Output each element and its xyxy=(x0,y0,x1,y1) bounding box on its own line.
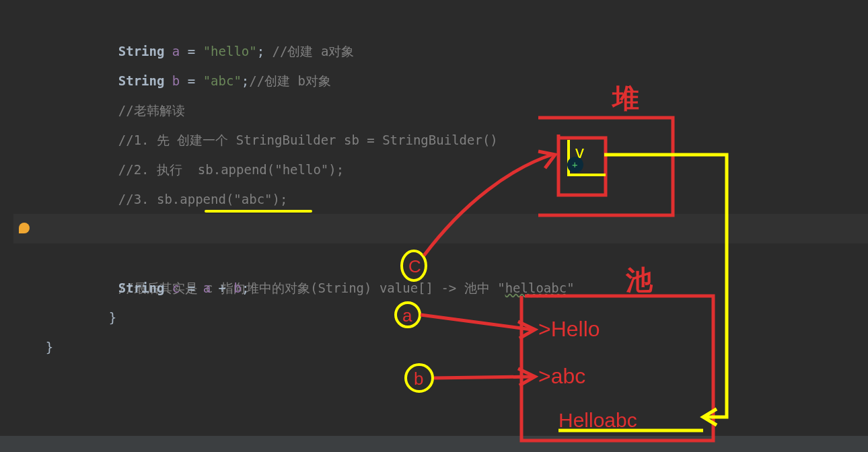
code-line-11[interactable]: } xyxy=(13,303,868,332)
pool-abc: >abc xyxy=(538,364,585,388)
code-line-5[interactable]: //2. 执行 sb.append("hello"); xyxy=(13,125,868,155)
code-editor[interactable]: String a = "hello"; //创建 a对象 String b = … xyxy=(0,0,868,332)
circle-b xyxy=(406,365,433,391)
code-line-10[interactable]: } xyxy=(13,273,868,303)
pool-helloabc: Helloabc xyxy=(558,409,637,431)
arrow-b-abc xyxy=(434,377,532,378)
var-b-annot: b xyxy=(414,369,423,389)
code-line-1[interactable]: String a = "hello"; //创建 a对象 xyxy=(13,7,868,36)
code-line-3[interactable]: //老韩解读 xyxy=(13,66,868,96)
code-line-4[interactable]: //1. 先 创建一个 StringBuilder sb = StringBui… xyxy=(13,96,868,125)
code-line-7[interactable]: //4. String c= sb.toString() xyxy=(13,184,868,214)
closing-brace: } xyxy=(46,340,53,354)
code-line-9[interactable]: String c = a + b; xyxy=(13,243,868,273)
code-line-6[interactable]: //3. sb.append("abc"); xyxy=(13,155,868,184)
status-bar xyxy=(0,436,868,452)
lightbulb-icon[interactable] xyxy=(19,214,30,243)
code-line-8[interactable]: //最后其实是 c 指向堆中的对象(String) value[] -> 池中 … xyxy=(13,214,868,243)
code-line-2[interactable]: String b = "abc";//创建 b对象 xyxy=(13,36,868,66)
underline-annotation xyxy=(205,210,312,213)
